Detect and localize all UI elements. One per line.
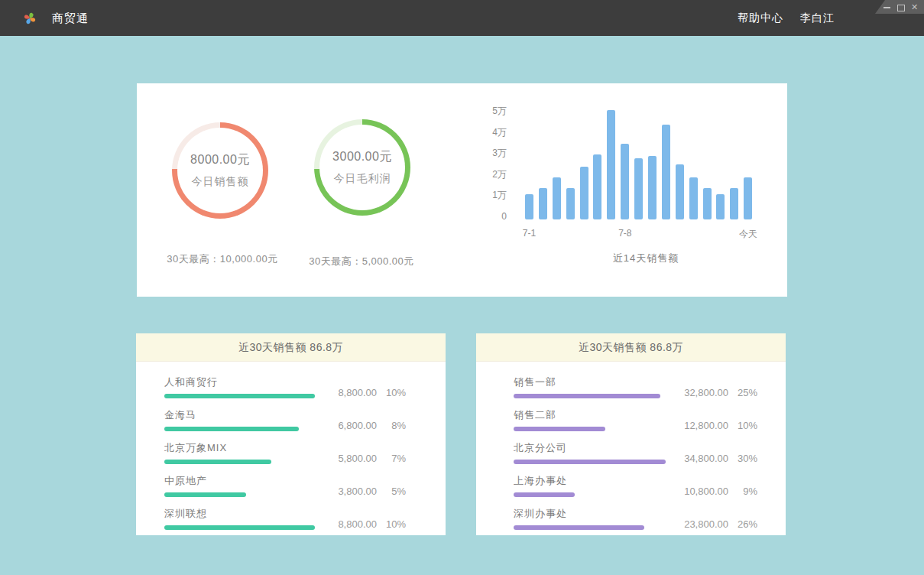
ranking-row-bar (164, 427, 299, 431)
daily-sales-bar (634, 158, 643, 219)
ranking-row-percent: 30% (728, 453, 757, 464)
x-axis-tick: 今天 (718, 228, 779, 241)
app-title: 商贸通 (52, 0, 89, 36)
ranking-row-amount: 8,800.00 (322, 387, 377, 398)
sales-bar-chart (525, 97, 762, 219)
y-axis-tick: 4万 (484, 126, 507, 138)
y-axis-tick: 2万 (484, 168, 507, 180)
ranking-row-amount: 8,800.00 (322, 518, 377, 530)
ranking-row-percent: 7% (377, 453, 406, 464)
ranking-row-label: 金海马 (164, 408, 322, 422)
ranking-row-amount: 10,800.00 (673, 486, 728, 497)
ranking-row-percent: 10% (377, 387, 406, 398)
user-name[interactable]: 李白江 (800, 11, 835, 25)
daily-sales-bar (580, 167, 588, 219)
daily-sales-bar (689, 177, 698, 219)
window-controls: ✕ (875, 0, 924, 14)
y-axis-tick: 1万 (484, 189, 507, 201)
ranking-row-bar (514, 460, 666, 464)
today-profit-donut-center: 3000.00元 今日毛利润 (319, 125, 405, 210)
y-axis-tick: 5万 (484, 105, 507, 117)
ranking-row-label: 北京分公司 (514, 441, 673, 455)
today-sales-label: 今日销售额 (192, 175, 249, 189)
maximize-icon[interactable] (896, 3, 905, 11)
ranking-row-label: 北京万象MIX (164, 441, 322, 455)
sales-chart-x-axis: 7-17-8今天 (137, 228, 787, 240)
daily-sales-bar (553, 177, 561, 219)
ranking-row-bar (514, 394, 660, 398)
overview-card: 8000.00元 今日销售额 30天最高：10,000.00元 3000.00元… (137, 83, 787, 297)
ranking-row-percent: 8% (377, 420, 406, 431)
daily-sales-bar (648, 156, 657, 219)
app-logo-pinwheel-icon (21, 10, 38, 27)
titlebar: 商贸通 帮助中心 李白江 ✕ (0, 0, 924, 36)
ranking-row-label: 上海办事处 (514, 474, 673, 488)
ranking-row-value: 3,800.005% (322, 486, 406, 497)
ranking-row-amount: 23,800.00 (673, 518, 728, 530)
ranking-row-label: 深圳联想 (164, 507, 322, 521)
ranking-row-value: 6,800.008% (322, 420, 406, 431)
department-sales-ranking-card: 近30天销售额 86.8万 销售一部32,800.0025%销售二部12,800… (476, 333, 786, 535)
x-axis-tick: 7-8 (595, 228, 656, 239)
department-ranking-title: 近30天销售额 86.8万 (476, 333, 786, 362)
ranking-row-percent: 25% (728, 387, 757, 398)
department-ranking-list: 销售一部32,800.0025%销售二部12,800.0010%北京分公司34,… (476, 362, 786, 530)
ranking-row-percent: 10% (728, 420, 757, 431)
today-profit-label: 今日毛利润 (334, 172, 391, 186)
ranking-row-bar (514, 427, 605, 431)
ranking-row: 中原地产3,800.005% (164, 474, 406, 497)
ranking-row-amount: 12,800.00 (673, 420, 728, 431)
ranking-row: 深圳办事处23,800.0026% (514, 507, 757, 530)
ranking-row-percent: 10% (377, 518, 406, 530)
daily-sales-bar (621, 144, 629, 219)
ranking-row: 北京万象MIX5,800.007% (164, 441, 406, 464)
ranking-row: 北京分公司34,800.0030% (514, 441, 757, 464)
ranking-row: 销售二部12,800.0010% (514, 408, 757, 431)
daily-sales-bar (566, 188, 575, 219)
ranking-row: 深圳联想8,800.0010% (164, 507, 406, 530)
ranking-row-percent: 5% (377, 486, 406, 497)
ranking-row-label: 销售一部 (514, 375, 673, 389)
ranking-row-value: 32,800.0025% (673, 387, 757, 398)
ranking-row-amount: 3,800.00 (322, 486, 377, 497)
ranking-row-value: 8,800.0010% (322, 387, 406, 398)
x-axis-tick: 7-1 (499, 228, 560, 239)
y-axis-tick: 0 (484, 210, 507, 223)
ranking-row-value: 23,800.0026% (673, 518, 757, 530)
customer-ranking-list: 人和商贸行8,800.0010%金海马6,800.008%北京万象MIX5,80… (136, 362, 446, 530)
ranking-row-label: 深圳办事处 (514, 507, 673, 521)
ranking-row-label: 销售二部 (514, 408, 673, 422)
today-profit-donut: 3000.00元 今日毛利润 (314, 119, 410, 216)
ranking-row: 上海办事处10,800.009% (514, 474, 757, 497)
ranking-row-value: 34,800.0030% (673, 453, 757, 464)
ranking-row-bar (164, 394, 315, 398)
daily-sales-bar (593, 154, 601, 219)
daily-sales-bar (525, 194, 533, 219)
customer-ranking-title: 近30天销售额 86.8万 (136, 333, 446, 362)
ranking-row-amount: 34,800.00 (673, 453, 728, 464)
help-center-link[interactable]: 帮助中心 (738, 11, 783, 25)
minimize-icon[interactable] (883, 3, 891, 11)
ranking-row-bar (164, 460, 271, 464)
ranking-row-label: 人和商贸行 (164, 375, 322, 389)
daily-sales-bar (676, 164, 684, 219)
close-icon[interactable]: ✕ (910, 3, 919, 11)
ranking-row-label: 中原地产 (164, 474, 322, 488)
ranking-row-value: 12,800.0010% (673, 420, 757, 431)
ranking-row-value: 8,800.0010% (322, 518, 406, 530)
ranking-row-bar (514, 525, 644, 530)
ranking-row-bar (164, 525, 315, 530)
ranking-row-amount: 6,800.00 (322, 420, 377, 431)
ranking-row-percent: 9% (728, 486, 757, 497)
daily-sales-bar (730, 188, 738, 219)
today-sales-value: 8000.00元 (190, 152, 250, 168)
ranking-row-amount: 32,800.00 (673, 387, 728, 398)
titlebar-nav: 帮助中心 李白江 (738, 0, 835, 36)
today-sales-donut-center: 8000.00元 今日销售额 (177, 128, 263, 213)
ranking-row-value: 5,800.007% (322, 453, 406, 464)
today-profit-30day-max: 30天最高：5,000.00元 (262, 255, 461, 268)
y-axis-tick: 3万 (484, 147, 507, 159)
today-sales-donut: 8000.00元 今日销售额 (172, 122, 268, 219)
ranking-row: 人和商贸行8,800.0010% (164, 375, 406, 398)
daily-sales-bar (662, 125, 670, 219)
